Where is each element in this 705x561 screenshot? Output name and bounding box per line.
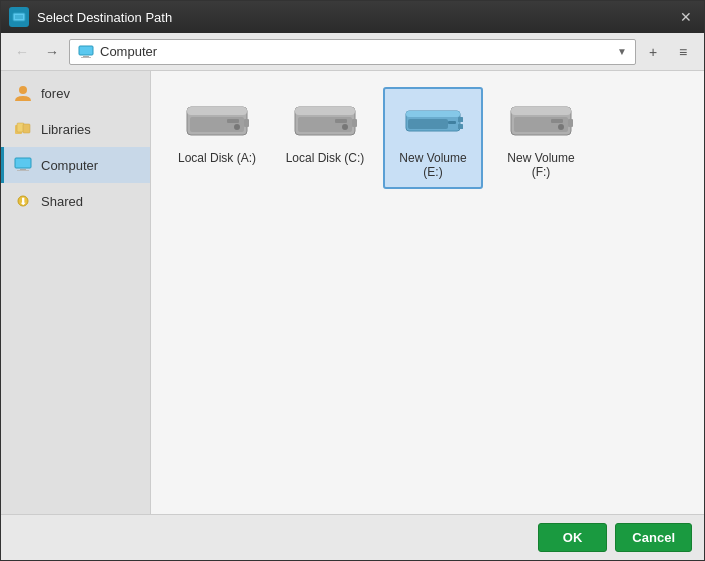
drive-f-icon [506, 97, 576, 145]
svg-rect-2 [79, 46, 93, 55]
svg-rect-30 [458, 117, 463, 122]
svg-rect-8 [23, 124, 30, 133]
svg-rect-31 [458, 124, 463, 129]
svg-rect-19 [244, 119, 249, 127]
sidebar-label-libraries: Libraries [41, 122, 91, 137]
svg-rect-15 [187, 107, 247, 115]
title-bar: Select Destination Path ✕ [1, 1, 704, 33]
main-panel: Local Disk (A:) Local Disk (C:) [151, 71, 704, 514]
view-button[interactable]: ≡ [670, 39, 696, 65]
toolbar-right: + ≡ [640, 39, 696, 65]
sidebar-label-forev: forev [41, 86, 70, 101]
drive-f[interactable]: New Volume (F:) [491, 87, 591, 189]
address-text: Computer [100, 44, 611, 59]
svg-rect-29 [448, 121, 456, 124]
svg-point-18 [234, 124, 240, 130]
svg-rect-37 [568, 119, 573, 127]
new-folder-button[interactable]: + [640, 39, 666, 65]
sidebar-label-computer: Computer [41, 158, 98, 173]
back-button[interactable]: ← [9, 39, 35, 65]
computer-sidebar-icon [13, 155, 33, 175]
drive-a[interactable]: Local Disk (A:) [167, 87, 267, 189]
drive-e[interactable]: New Volume (E:) [383, 87, 483, 189]
shared-icon: ⬇ [13, 191, 33, 211]
drive-c-icon [290, 97, 360, 145]
svg-point-5 [19, 86, 27, 94]
drive-f-label: New Volume (F:) [501, 151, 581, 179]
content-area: forev Libraries Computer [1, 71, 704, 514]
svg-point-24 [342, 124, 348, 130]
svg-point-36 [558, 124, 564, 130]
drive-a-label: Local Disk (A:) [178, 151, 256, 165]
sidebar-item-libraries[interactable]: Libraries [1, 111, 150, 147]
dialog-title: Select Destination Path [37, 10, 676, 25]
sidebar-item-computer[interactable]: Computer [1, 147, 150, 183]
svg-rect-25 [352, 119, 357, 127]
drive-e-label: New Volume (E:) [393, 151, 473, 179]
svg-rect-17 [227, 119, 239, 123]
sidebar: forev Libraries Computer [1, 71, 151, 514]
svg-rect-23 [335, 119, 347, 123]
cancel-button[interactable]: Cancel [615, 523, 692, 552]
toolbar: ← → Computer ▼ + ≡ [1, 33, 704, 71]
svg-rect-4 [81, 57, 91, 58]
computer-icon [78, 44, 94, 60]
svg-rect-1 [15, 15, 23, 19]
dialog: Select Destination Path ✕ ← → Computer ▼… [0, 0, 705, 561]
svg-rect-35 [551, 119, 563, 123]
svg-text:⬇: ⬇ [19, 196, 27, 207]
svg-rect-27 [406, 111, 460, 117]
libraries-icon [13, 119, 33, 139]
close-button[interactable]: ✕ [676, 7, 696, 27]
sidebar-label-shared: Shared [41, 194, 83, 209]
footer: OK Cancel [1, 514, 704, 560]
svg-rect-33 [511, 107, 571, 115]
svg-rect-9 [15, 158, 31, 168]
svg-rect-28 [408, 119, 448, 129]
address-bar[interactable]: Computer ▼ [69, 39, 636, 65]
drive-c-label: Local Disk (C:) [286, 151, 365, 165]
drive-e-icon [398, 97, 468, 145]
user-icon [13, 83, 33, 103]
forward-button[interactable]: → [39, 39, 65, 65]
ok-button[interactable]: OK [538, 523, 608, 552]
drive-a-icon [182, 97, 252, 145]
address-dropdown[interactable]: ▼ [617, 46, 627, 57]
svg-rect-11 [17, 170, 29, 171]
title-bar-icon [9, 7, 29, 27]
sidebar-item-shared[interactable]: ⬇ Shared [1, 183, 150, 219]
sidebar-item-forev[interactable]: forev [1, 75, 150, 111]
drive-c[interactable]: Local Disk (C:) [275, 87, 375, 189]
svg-rect-21 [295, 107, 355, 115]
